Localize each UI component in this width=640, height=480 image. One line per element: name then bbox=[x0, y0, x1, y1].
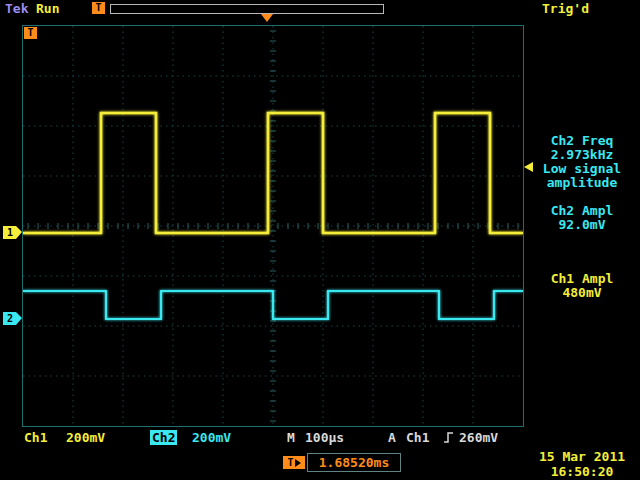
brand-logo: Tek bbox=[5, 1, 28, 16]
timebase-value: 100µs bbox=[305, 430, 344, 445]
delay-badge-letter: T bbox=[287, 456, 293, 469]
ch2-ampl-value: 92.0mV bbox=[526, 218, 638, 232]
ch2-ground-marker: 2 bbox=[3, 312, 22, 325]
warning-line2: amplitude bbox=[526, 176, 638, 190]
measurement-readouts: Ch2 Freq 2.973kHz Low signal amplitude C… bbox=[526, 134, 638, 300]
ch2-ampl-label: Ch2 Ampl bbox=[526, 204, 638, 218]
trigger-status: Trig'd bbox=[542, 1, 589, 16]
rising-slope-icon bbox=[443, 431, 455, 444]
warning-line1: Low signal bbox=[526, 162, 638, 176]
date-value: 15 Mar 2011 bbox=[526, 449, 638, 464]
trigger-corner-icon: T bbox=[24, 27, 37, 39]
graticule bbox=[22, 25, 524, 427]
trigger-source: Ch1 bbox=[406, 430, 429, 445]
datetime-readout: 15 Mar 2011 16:50:20 bbox=[526, 449, 638, 479]
delay-readout: 1.68520ms bbox=[307, 453, 401, 472]
ch1-ampl-value: 480mV bbox=[526, 286, 638, 300]
ch2-freq-label: Ch2 Freq bbox=[526, 134, 638, 148]
delay-time-icon: T bbox=[283, 456, 305, 469]
delay-arrow-icon bbox=[295, 459, 301, 467]
graticule-svg bbox=[23, 26, 523, 426]
trigger-mode-label: A bbox=[388, 430, 396, 445]
ch1-ampl-label: Ch1 Ampl bbox=[526, 272, 638, 286]
trigger-level-value: 260mV bbox=[459, 430, 498, 445]
trigger-badge-icon: T bbox=[92, 2, 105, 14]
ch2-scale: 200mV bbox=[192, 430, 231, 445]
oscilloscope-screen: Tek Run T Trig'd T 1 2 Ch2 Freq 2.973kHz… bbox=[0, 0, 640, 480]
timebase-label: M bbox=[287, 430, 295, 445]
ch1-scale: 200mV bbox=[66, 430, 105, 445]
trigger-position-marker-icon bbox=[261, 14, 273, 22]
acquisition-position-bar bbox=[110, 4, 384, 14]
time-value: 16:50:20 bbox=[526, 464, 638, 479]
ch1-ground-marker: 1 bbox=[3, 226, 22, 239]
ch2-label: Ch2 bbox=[150, 430, 177, 445]
ch1-label: Ch1 bbox=[24, 430, 47, 445]
ch2-freq-value: 2.973kHz bbox=[526, 148, 638, 162]
acquisition-state: Run bbox=[36, 1, 59, 16]
